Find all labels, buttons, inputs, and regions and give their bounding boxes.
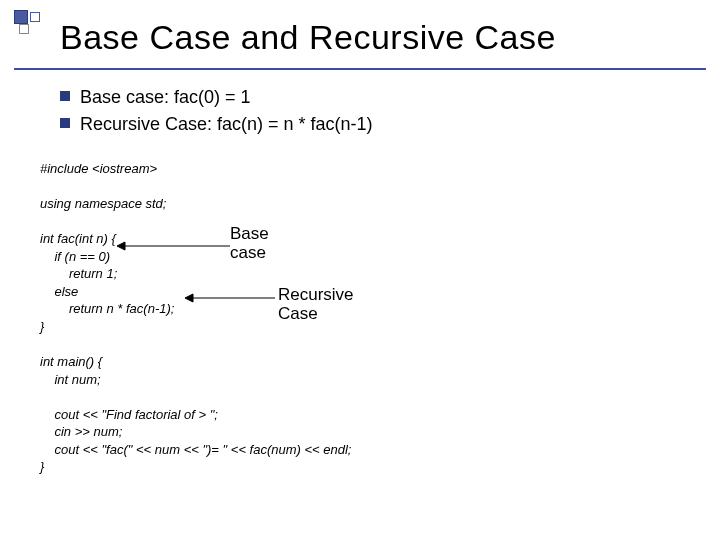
svg-marker-3	[185, 294, 193, 302]
arrow-recursive-case	[185, 292, 275, 304]
code-line: return n * fac(n-1);	[40, 301, 174, 316]
code-line: }	[40, 459, 44, 474]
annotation-line: Base	[230, 225, 269, 244]
annotation-line: Case	[278, 305, 354, 324]
deco-square-filled	[14, 10, 28, 24]
code-line: if (n == 0)	[40, 249, 110, 264]
annotation-base-case: Base case	[230, 225, 269, 262]
title-underline	[14, 68, 706, 70]
code-line: using namespace std;	[40, 196, 166, 211]
bullet-text: Recursive Case: fac(n) = n * fac(n-1)	[80, 111, 373, 138]
code-line: #include <iostream>	[40, 161, 157, 176]
code-line: int main() {	[40, 354, 102, 369]
bullet-list: Base case: fac(0) = 1 Recursive Case: fa…	[60, 84, 373, 138]
bullet-square-icon	[60, 118, 70, 128]
code-line: cout << "fac(" << num << ")= " << fac(nu…	[40, 442, 352, 457]
annotation-recursive-case: Recursive Case	[278, 286, 354, 323]
deco-square-outline-1	[30, 12, 40, 22]
svg-marker-1	[117, 242, 125, 250]
code-line: }	[40, 319, 44, 334]
code-line: int fac(int n) {	[40, 231, 116, 246]
arrow-base-case	[117, 240, 230, 252]
bullet-text: Base case: fac(0) = 1	[80, 84, 251, 111]
bullet-item: Recursive Case: fac(n) = n * fac(n-1)	[60, 111, 373, 138]
annotation-line: Recursive	[278, 286, 354, 305]
annotation-line: case	[230, 244, 269, 263]
slide: Base Case and Recursive Case Base case: …	[0, 0, 720, 540]
deco-square-outline-2	[19, 24, 29, 34]
code-line: else	[40, 284, 78, 299]
code-line: int num;	[40, 372, 101, 387]
bullet-square-icon	[60, 91, 70, 101]
code-line: cout << "Find factorial of > ";	[40, 407, 218, 422]
bullet-item: Base case: fac(0) = 1	[60, 84, 373, 111]
code-line: cin >> num;	[40, 424, 122, 439]
slide-title: Base Case and Recursive Case	[60, 18, 700, 57]
code-line: return 1;	[40, 266, 117, 281]
